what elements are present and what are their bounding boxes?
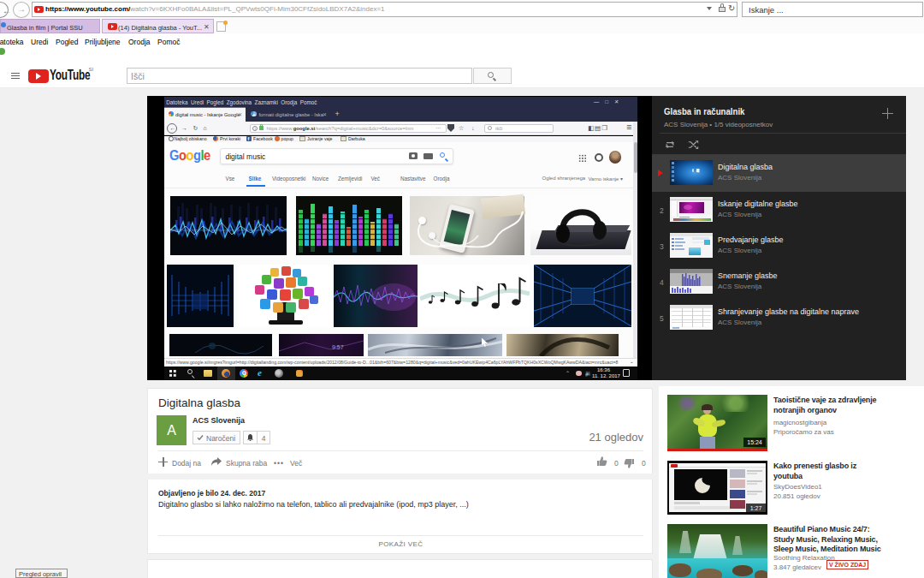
svg-text:9:57: 9:57 <box>332 344 344 350</box>
